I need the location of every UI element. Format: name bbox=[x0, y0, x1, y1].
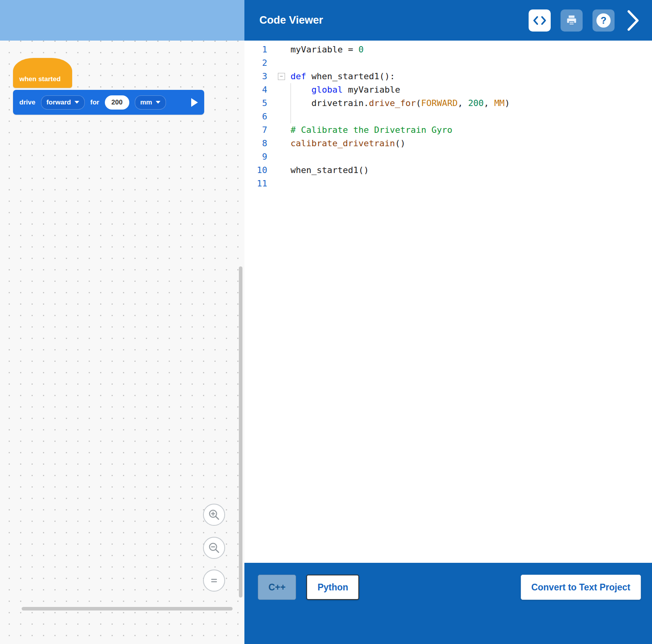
convert-to-text-project-button[interactable]: Convert to Text Project bbox=[521, 575, 641, 600]
fold-slot bbox=[272, 164, 291, 177]
help-icon: ? bbox=[596, 13, 611, 28]
line-number: 8 bbox=[244, 137, 272, 150]
code-line: 3−def when_started1(): bbox=[244, 70, 652, 83]
code-line-text: global myVariable bbox=[291, 83, 400, 97]
help-button[interactable]: ? bbox=[592, 9, 615, 32]
code-view-button[interactable] bbox=[529, 9, 551, 32]
fold-slot bbox=[272, 137, 291, 150]
fold-slot bbox=[272, 83, 291, 97]
code-line: 11 bbox=[244, 177, 652, 190]
run-block-button[interactable] bbox=[191, 98, 198, 107]
line-number: 2 bbox=[244, 56, 272, 70]
blocks-canvas[interactable]: when started drive forward for 200 mm bbox=[0, 41, 244, 644]
fold-toggle-icon[interactable]: − bbox=[278, 73, 285, 80]
chevron-right-icon bbox=[626, 9, 640, 32]
line-number: 1 bbox=[244, 43, 272, 56]
code-line-text: when_started1() bbox=[291, 164, 369, 177]
when-started-block[interactable]: when started bbox=[13, 58, 72, 88]
code-line: 2 bbox=[244, 56, 652, 70]
print-button[interactable] bbox=[561, 9, 583, 32]
zoom-out-button[interactable] bbox=[203, 537, 225, 559]
zoom-reset-icon bbox=[208, 574, 220, 587]
blocks-workspace-panel: when started drive forward for 200 mm bbox=[0, 0, 244, 644]
indent-guide bbox=[291, 97, 291, 110]
code-line-text: myVariable = 0 bbox=[291, 43, 363, 56]
collapse-panel-button[interactable] bbox=[624, 9, 642, 32]
code-line-text: # Calibrate the Drivetrain Gyro bbox=[291, 123, 453, 137]
code-line: 10when_started1() bbox=[244, 164, 652, 177]
line-number: 11 bbox=[244, 177, 272, 190]
code-viewer-header: Code Viewer bbox=[244, 0, 652, 41]
fold-slot bbox=[272, 56, 291, 70]
code-line: 1myVariable = 0 bbox=[244, 43, 652, 56]
indent-guide bbox=[291, 110, 291, 123]
fold-slot: − bbox=[272, 70, 291, 83]
chevron-down-icon bbox=[75, 101, 79, 104]
unit-dropdown[interactable]: mm bbox=[135, 95, 166, 110]
line-number: 3 bbox=[244, 70, 272, 83]
horizontal-scrollbar[interactable] bbox=[22, 607, 233, 610]
line-number: 10 bbox=[244, 164, 272, 177]
code-viewer-footer: C++ Python Convert to Text Project bbox=[244, 563, 652, 644]
cpp-tab-button[interactable]: C++ bbox=[258, 575, 296, 600]
line-number: 9 bbox=[244, 150, 272, 164]
drive-forward-block[interactable]: drive forward for 200 mm bbox=[13, 90, 204, 115]
fold-slot bbox=[272, 97, 291, 110]
code-lines: 1myVariable = 023−def when_started1():4 … bbox=[244, 43, 652, 190]
fold-slot bbox=[272, 177, 291, 190]
code-viewer-panel: Code Viewer bbox=[244, 0, 652, 644]
code-line-text: def when_started1(): bbox=[291, 70, 395, 83]
fold-slot bbox=[272, 110, 291, 123]
fold-slot bbox=[272, 43, 291, 56]
code-line: 6 bbox=[244, 110, 652, 123]
header-icons: ? bbox=[529, 9, 642, 32]
code-line: 8calibrate_drivetrain() bbox=[244, 137, 652, 150]
app: when started drive forward for 200 mm bbox=[0, 0, 652, 644]
toolbar-strip bbox=[0, 0, 244, 41]
drive-label: drive bbox=[19, 99, 35, 106]
line-number: 5 bbox=[244, 97, 272, 110]
vertical-scrollbar[interactable] bbox=[239, 266, 242, 597]
line-number: 6 bbox=[244, 110, 272, 123]
fold-slot bbox=[272, 150, 291, 164]
unit-value: mm bbox=[140, 99, 152, 106]
zoom-reset-button[interactable] bbox=[203, 570, 225, 592]
direction-dropdown[interactable]: forward bbox=[41, 95, 85, 110]
code-line-text: drivetrain.drive_for(FORWARD, 200, MM) bbox=[291, 97, 510, 110]
code-line: 4 global myVariable bbox=[244, 83, 652, 97]
code-editor[interactable]: 1myVariable = 023−def when_started1():4 … bbox=[244, 41, 652, 563]
zoom-in-button[interactable] bbox=[203, 504, 225, 526]
direction-value: forward bbox=[47, 99, 71, 106]
python-tab-button[interactable]: Python bbox=[306, 575, 359, 600]
when-started-label: when started bbox=[19, 75, 61, 83]
printer-icon bbox=[565, 14, 578, 27]
chevron-down-icon bbox=[156, 101, 160, 104]
code-icon bbox=[533, 15, 546, 26]
distance-input[interactable]: 200 bbox=[105, 95, 129, 110]
code-line: 5 drivetrain.drive_for(FORWARD, 200, MM) bbox=[244, 97, 652, 110]
zoom-out-icon bbox=[208, 542, 220, 554]
panel-title: Code Viewer bbox=[259, 14, 323, 26]
code-line-text: calibrate_drivetrain() bbox=[291, 137, 405, 150]
indent-guide bbox=[291, 83, 291, 97]
fold-slot bbox=[272, 123, 291, 137]
play-icon bbox=[191, 98, 198, 107]
for-label: for bbox=[90, 99, 99, 106]
code-line: 9 bbox=[244, 150, 652, 164]
line-number: 4 bbox=[244, 83, 272, 97]
code-line: 7# Calibrate the Drivetrain Gyro bbox=[244, 123, 652, 137]
zoom-in-icon bbox=[208, 508, 220, 521]
line-number: 7 bbox=[244, 123, 272, 137]
